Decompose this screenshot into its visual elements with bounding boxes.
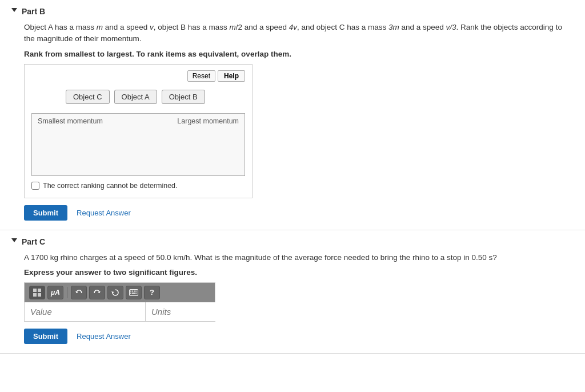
widget-inputs: [25, 302, 215, 321]
part-c-header: Part C: [11, 237, 574, 246]
collapse-part-c-icon[interactable]: [11, 238, 17, 245]
svg-rect-8: [135, 290, 137, 291]
question-icon[interactable]: ?: [144, 286, 160, 299]
svg-rect-9: [130, 293, 131, 294]
cannot-determine-label: The correct ranking cannot be determined…: [43, 182, 178, 190]
part-c-submit-row: Submit Request Answer: [24, 329, 574, 344]
part-b-header: Part B: [11, 7, 574, 16]
math-m1: m: [97, 23, 103, 31]
units-input[interactable]: [146, 302, 266, 321]
part-b-submit-button[interactable]: Submit: [24, 205, 67, 221]
svg-rect-5: [130, 290, 131, 291]
keyboard-icon[interactable]: [126, 286, 142, 299]
part-c-problem-text: A 1700 kg rhino charges at a speed of 50…: [24, 252, 574, 263]
ranking-buttons-row: Reset Help: [31, 70, 245, 82]
part-b-request-answer-link[interactable]: Request Answer: [77, 209, 131, 217]
part-b-label: Part B: [22, 7, 45, 16]
svg-rect-2: [33, 293, 37, 297]
part-c-label: Part C: [22, 237, 45, 246]
rank-label-smallest: Smallest momentum: [38, 117, 103, 125]
mu-icon[interactable]: μA: [47, 286, 63, 299]
drag-object-c[interactable]: Object C: [66, 90, 110, 104]
toolbar-separator-1: [67, 287, 67, 298]
page: Part B Object A has a mass m and a speed…: [0, 0, 585, 392]
part-b-instruction: Rank from smallest to largest. To rank i…: [24, 50, 574, 58]
refresh-icon[interactable]: [107, 286, 123, 299]
part-c-request-answer-link[interactable]: Request Answer: [77, 332, 131, 341]
svg-rect-10: [132, 293, 135, 294]
part-b-problem-text: Object A has a mass m and a speed v, obj…: [24, 22, 574, 45]
rank-label-largest: Largest momentum: [177, 117, 239, 125]
math-4v: 4v: [289, 23, 297, 31]
undo-icon[interactable]: [71, 286, 87, 299]
svg-rect-6: [132, 290, 133, 291]
drag-object-b[interactable]: Object B: [162, 90, 205, 104]
part-c-submit-button[interactable]: Submit: [24, 329, 67, 344]
drag-object-a[interactable]: Object A: [114, 90, 157, 104]
part-b-body: Object A has a mass m and a speed v, obj…: [11, 22, 574, 221]
cannot-determine-row: The correct ranking cannot be determined…: [31, 182, 245, 190]
part-c-section: Part C A 1700 kg rhino charges at a spee…: [0, 230, 585, 354]
svg-rect-3: [38, 293, 41, 297]
help-button[interactable]: Help: [218, 70, 245, 82]
part-c-body: A 1700 kg rhino charges at a speed of 50…: [11, 252, 574, 344]
draggable-items: Object C Object A Object B: [31, 90, 245, 104]
svg-rect-1: [38, 289, 41, 292]
value-input[interactable]: [25, 302, 146, 321]
answer-widget: μA: [24, 282, 215, 322]
math-m2: m: [229, 23, 235, 31]
svg-rect-11: [135, 293, 137, 294]
svg-rect-7: [134, 290, 135, 291]
math-3m: 3m: [388, 23, 399, 31]
collapse-part-b-icon[interactable]: [11, 8, 17, 15]
part-b-submit-row: Submit Request Answer: [24, 205, 574, 221]
part-c-instruction: Express your answer to two significant f…: [24, 268, 574, 277]
redo-icon[interactable]: [89, 286, 105, 299]
math-v1: v: [150, 23, 154, 31]
ranking-widget: Reset Help Object C Object A Object B Sm…: [24, 64, 253, 198]
svg-rect-0: [33, 289, 37, 292]
grid-icon[interactable]: [29, 286, 45, 299]
math-v3: v/3: [446, 23, 456, 31]
reset-button[interactable]: Reset: [187, 70, 215, 82]
part-b-section: Part B Object A has a mass m and a speed…: [0, 0, 585, 230]
cannot-determine-checkbox[interactable]: [31, 182, 39, 190]
ranking-area[interactable]: Smallest momentum Largest momentum: [31, 113, 245, 176]
widget-toolbar: μA: [25, 283, 215, 302]
math-slash: /2: [236, 23, 242, 31]
